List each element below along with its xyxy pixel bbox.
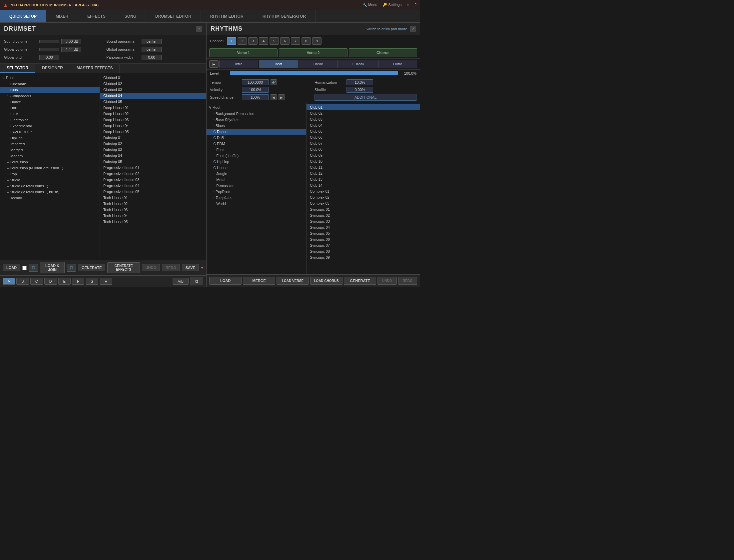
channel-btn-7[interactable]: 7 (291, 37, 300, 45)
ab-tab-d[interactable]: D (44, 278, 57, 285)
r-tree-item-jungle[interactable]: – Jungle (207, 171, 306, 177)
tree-item-percussion[interactable]: – Percussion (0, 159, 100, 165)
list-item[interactable]: Syncopic 08 (307, 248, 420, 254)
list-item[interactable]: Club 02 (307, 110, 420, 116)
r-redo-button[interactable]: REDO (398, 277, 417, 285)
lbreak-button[interactable]: L Break (339, 60, 377, 68)
tree-item-percussion-total[interactable]: – Percussion (MTotalPercussion 1) (0, 165, 100, 171)
tree-item-components[interactable]: C Components (0, 93, 100, 99)
tree-item-merged[interactable]: C Merged (0, 147, 100, 153)
load-icon-button[interactable]: 🎵 (29, 264, 38, 272)
r-tree-item-base[interactable]: ◦ Base Rhythms (207, 117, 306, 123)
list-item[interactable]: Dubstep 02 (100, 141, 206, 147)
list-item[interactable]: Club 04 (307, 122, 420, 128)
r-tree-item-metal[interactable]: – Metal (207, 177, 306, 183)
undo-button[interactable]: UNDO (142, 264, 160, 271)
tree-item-club[interactable]: C Club (0, 87, 100, 93)
ab-tab-f[interactable]: F (72, 278, 84, 285)
tree-item-root[interactable]: ↳ Root (0, 75, 100, 81)
help-button[interactable]: ? (414, 3, 416, 7)
tempo-value[interactable]: 100.0000 (242, 79, 269, 85)
tab-song[interactable]: SONG (115, 10, 146, 22)
list-item[interactable]: Club 11 (307, 164, 420, 170)
load-button[interactable]: LOAD (3, 264, 20, 271)
velocity-value[interactable]: 100.0% (242, 87, 269, 93)
r-tree-item-templates[interactable]: ◦ Templates (207, 195, 306, 201)
rhythms-help-button[interactable]: ? (410, 26, 416, 32)
list-item[interactable]: Syncopic 05 (307, 230, 420, 236)
list-item[interactable]: Syncopic 02 (307, 212, 420, 218)
list-item[interactable]: Club 03 (307, 116, 420, 122)
r-tree-item-bgperc[interactable]: ◦ Background Percussion (207, 111, 306, 117)
list-item[interactable]: Syncopic 09 (307, 254, 420, 260)
tree-item-techno[interactable]: └ Techno (0, 195, 100, 201)
global-volume-slider[interactable] (39, 48, 59, 51)
list-item[interactable]: Dubstep 05 (100, 159, 206, 165)
tree-item-imported[interactable]: C Imported (0, 141, 100, 147)
r-tree-item-hiphop[interactable]: C HipHop (207, 159, 306, 165)
list-item[interactable]: Club 07 (307, 140, 420, 146)
verse2-button[interactable]: Verse 2 (279, 48, 347, 57)
list-item[interactable]: Deep House 04 (100, 123, 206, 129)
ab-tab-a[interactable]: A (3, 278, 15, 285)
speed-change-value[interactable]: 100% (242, 94, 269, 100)
list-item[interactable]: Tech House 04 (100, 213, 206, 219)
list-item[interactable]: Complex 02 (307, 194, 420, 200)
save-button[interactable]: SAVE (182, 264, 199, 271)
list-item[interactable]: Club 13 (307, 176, 420, 182)
list-item[interactable]: Progressive House 05 (100, 189, 206, 195)
sub-tab-designer[interactable]: DESIGNER (35, 64, 70, 73)
list-item[interactable]: Clubbed 03 (100, 87, 206, 93)
additional-button[interactable]: ADDITIONAL (315, 94, 416, 101)
list-item[interactable]: Club 06 (307, 134, 420, 140)
tab-quick-setup[interactable]: QUICK SETUP (0, 10, 46, 22)
generate-effects-button[interactable]: GENERATE EFFECTS (107, 262, 140, 273)
ab-copy-button[interactable]: ⧉ (190, 277, 203, 285)
channel-btn-4[interactable]: 4 (259, 37, 268, 45)
shuffle-value[interactable]: 0.00% (347, 87, 373, 93)
outro-button[interactable]: Outro (378, 60, 417, 68)
drumset-help-button[interactable]: ? (196, 26, 202, 32)
list-item[interactable]: Syncopic 06 (307, 236, 420, 242)
tempo-link-icon[interactable]: 🔗 (271, 79, 277, 85)
ab-tab-h[interactable]: H (100, 278, 112, 285)
r-tree-item-dance[interactable]: C Dance (207, 129, 306, 135)
list-item[interactable]: Progressive House 04 (100, 183, 206, 189)
load-join-button[interactable]: LOAD & JOIN (40, 262, 65, 273)
r-load-button[interactable]: LOAD (209, 277, 242, 285)
r-tree-item-percussion[interactable]: – Percussion (207, 183, 306, 189)
ab-tab-e[interactable]: E (58, 278, 71, 285)
r-generate-button[interactable]: GENERATE (344, 277, 376, 285)
r-load-verse-button[interactable]: LOAD VERSE (277, 277, 309, 285)
speed-next-icon[interactable]: ▶ (279, 94, 285, 100)
generate-button[interactable]: GENERATE (78, 264, 105, 271)
redo-button[interactable]: REDO (162, 264, 180, 271)
list-item[interactable]: Club 09 (307, 152, 420, 158)
tree-item-studio-total1[interactable]: – Studio (MTotalDrums 1) (0, 183, 100, 189)
channel-btn-8[interactable]: 8 (302, 37, 311, 45)
channel-btn-9[interactable]: 9 (312, 37, 322, 45)
list-item[interactable]: Dubstep 01 (100, 135, 206, 141)
tab-effects[interactable]: EFFECTS (78, 10, 115, 22)
list-item[interactable]: Complex 01 (307, 188, 420, 194)
list-item[interactable]: Clubbed 02 (100, 81, 206, 87)
chorus-button[interactable]: Chorus (349, 48, 417, 57)
list-item[interactable]: Syncopic 04 (307, 224, 420, 230)
tree-item-studio[interactable]: – Studio (0, 177, 100, 183)
r-list-item-club01[interactable]: Club 01 (307, 104, 420, 110)
speed-prev-icon[interactable]: ◀ (271, 94, 277, 100)
list-item[interactable]: Tech House 03 (100, 207, 206, 213)
list-item[interactable]: Clubbed 01 (100, 75, 206, 81)
list-item[interactable]: Dubstep 04 (100, 153, 206, 159)
list-item[interactable]: Progressive House 01 (100, 165, 206, 171)
tree-item-pop[interactable]: C Pop (0, 171, 100, 177)
r-undo-button[interactable]: UNDO (377, 277, 397, 285)
list-item[interactable]: Club 12 (307, 170, 420, 176)
r-tree-item-funk[interactable]: – Funk (207, 147, 306, 153)
load-checkbox[interactable] (22, 266, 27, 270)
r-tree-item-world[interactable]: – World (207, 201, 306, 207)
sub-tab-master-effects[interactable]: MASTER EFFECTS (70, 64, 120, 73)
list-item[interactable]: Deep House 03 (100, 117, 206, 123)
tree-item-cinematic[interactable]: C Cinematic (0, 81, 100, 87)
play-button[interactable]: ▶ (209, 60, 219, 68)
